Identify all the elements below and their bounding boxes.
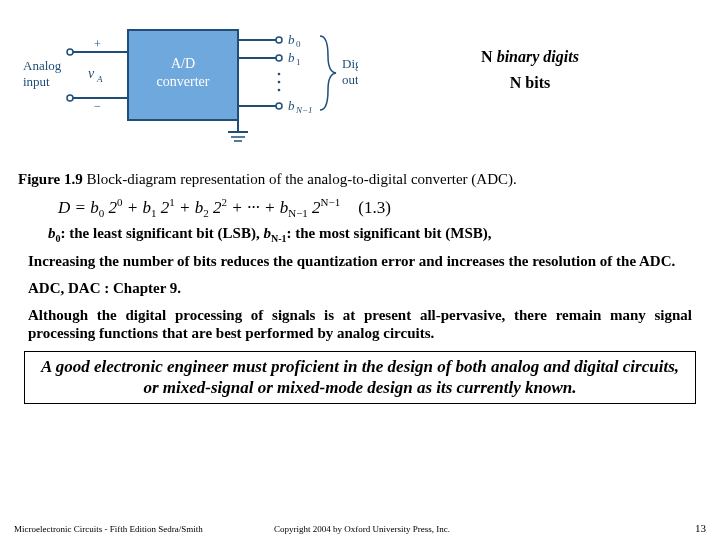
figure-number: Figure 1.9 (18, 171, 83, 187)
footer-book-title: Microelectronic Circuits - Fifth Edition… (14, 524, 274, 534)
paragraph-quantization: Increasing the number of bits reduces th… (28, 252, 692, 271)
equation-1-3: D = b0 20 + b1 21 + b2 22 + ··· + bN−1 2… (58, 196, 702, 219)
highlight-box: A good electronic engineer must proficie… (24, 351, 696, 404)
n-binary-digits-n: N (481, 48, 497, 65)
svg-text:Analog: Analog (23, 58, 62, 73)
equation-number: (1.3) (358, 198, 391, 217)
adc-block-diagram: A/D converter + − v A Analog input (18, 10, 358, 159)
figure-caption: Figure 1.9 Block-diagram representation … (18, 171, 702, 188)
svg-point-27 (278, 89, 281, 92)
svg-text:input: input (23, 74, 50, 89)
svg-text:Digital: Digital (342, 56, 358, 71)
figure-text: Block-diagram representation of the anal… (83, 171, 517, 187)
n-binary-digits-text: binary digits (497, 48, 579, 65)
svg-point-5 (67, 49, 73, 55)
footer-page-number: 13 (676, 522, 706, 534)
slide-footer: Microelectronic Circuits - Fifth Edition… (0, 522, 720, 534)
footer-copyright: Copyright 2004 by Oxford University Pres… (274, 524, 676, 534)
paragraph-chapter-ref: ADC, DAC : Chapter 9. (28, 279, 692, 298)
svg-text:1: 1 (296, 57, 301, 67)
n-bits-label: N bits (358, 74, 702, 92)
svg-text:b: b (288, 98, 295, 113)
svg-text:output: output (342, 72, 358, 87)
svg-point-29 (276, 103, 282, 109)
svg-point-18 (276, 37, 282, 43)
svg-text:v: v (88, 66, 95, 81)
svg-text:N−1: N−1 (295, 105, 313, 115)
svg-text:−: − (94, 99, 101, 113)
svg-point-6 (67, 95, 73, 101)
bit-significance-line: b0: the least significant bit (LSB), bN-… (48, 225, 702, 244)
svg-point-22 (276, 55, 282, 61)
svg-point-25 (278, 73, 281, 76)
svg-text:A: A (96, 74, 103, 84)
svg-text:A/D: A/D (171, 56, 195, 71)
svg-text:b: b (288, 50, 295, 65)
svg-text:+: + (94, 37, 101, 51)
svg-point-26 (278, 81, 281, 84)
svg-text:0: 0 (296, 39, 301, 49)
svg-text:converter: converter (157, 74, 210, 89)
svg-text:b: b (288, 32, 295, 47)
paragraph-analog-processing: Although the digital processing of signa… (28, 306, 692, 344)
side-annotations: N binary digits N bits (358, 10, 702, 100)
